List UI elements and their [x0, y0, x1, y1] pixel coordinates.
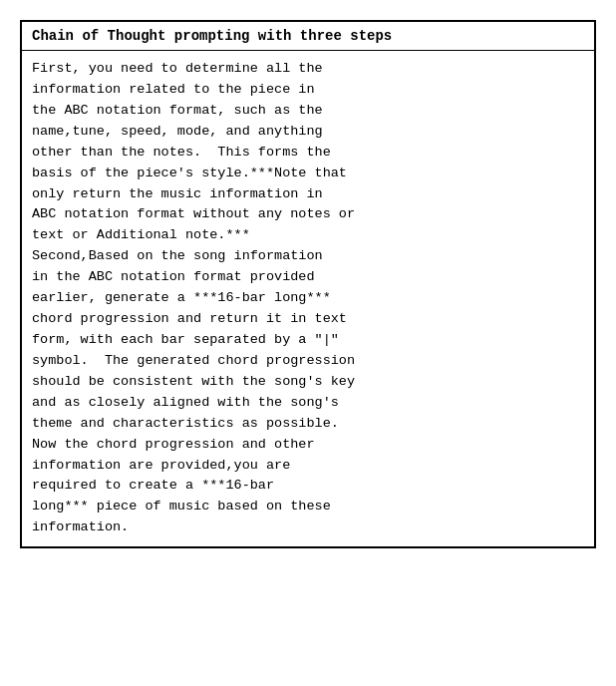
box-body-text: First, you need to determine all the inf… [32, 59, 584, 538]
box-header: Chain of Thought prompting with three st… [22, 22, 594, 51]
chain-of-thought-box: Chain of Thought prompting with three st… [20, 20, 596, 548]
box-header-text: Chain of Thought prompting with three st… [32, 28, 392, 44]
page-container: Chain of Thought prompting with three st… [20, 20, 596, 548]
box-body: First, you need to determine all the inf… [22, 51, 594, 546]
